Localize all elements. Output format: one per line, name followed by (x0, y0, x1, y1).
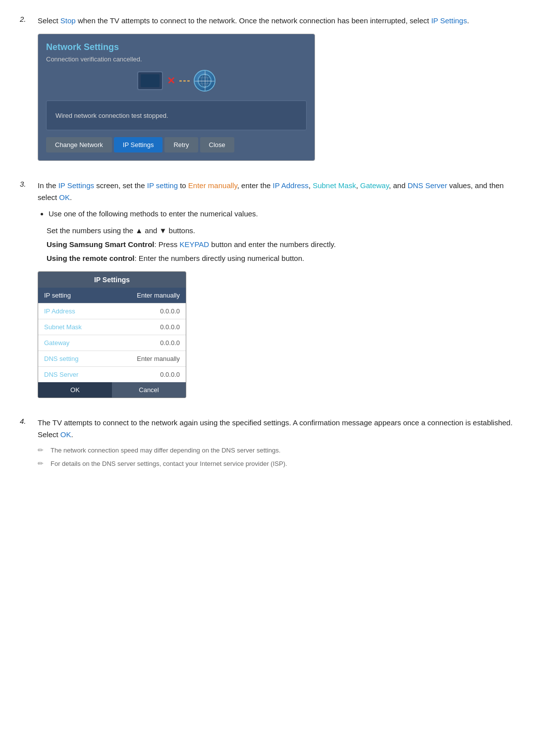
indent-methods: Set the numbers using the ▲ and ▼ button… (47, 225, 515, 264)
x-disconnect-icon: ✕ (167, 75, 175, 87)
note-text-2: For details on the DNS server settings, … (51, 459, 287, 469)
step3-ok-ref: OK (59, 193, 70, 202)
dot-line-icon (179, 80, 190, 82)
dns-setting-label: DNS setting (38, 351, 108, 366)
tv-monitor-icon (137, 71, 163, 90)
step-4-number: 4. (20, 417, 32, 473)
step2-ip-settings: IP Settings (431, 16, 467, 25)
subnet-mask-value: 0.0.0.0 (108, 319, 186, 335)
change-network-button[interactable]: Change Network (46, 137, 112, 152)
step-3: 3. In the IP Settings screen, set the IP… (20, 180, 515, 405)
tv-message-box: Wired network connection test stopped. (46, 101, 307, 130)
step3-enter-manually-ref: Enter manually (188, 181, 237, 190)
gateway-row: Gateway 0.0.0.0 (38, 335, 186, 351)
step2-period: . (467, 16, 469, 25)
ip-address-label: IP Address (38, 303, 108, 319)
step3-gateway-ref: Gateway (360, 181, 389, 190)
smart-control-method: Using Samsung Smart Control: Press KEYPA… (47, 239, 515, 251)
step-2-number: 2. (20, 15, 32, 168)
smart-control-colon: : Press (155, 240, 180, 249)
set-numbers-prefix: Set the numbers using the (47, 226, 135, 235)
step-3-text: In the IP Settings screen, set the IP se… (38, 180, 515, 203)
ip-address-value: 0.0.0.0 (108, 303, 186, 319)
tv-screen (141, 74, 160, 87)
tv-connection-diagram: ✕ (46, 70, 307, 92)
dns-server-value: 0.0.0.0 (108, 366, 186, 382)
step-3-number: 3. (20, 180, 32, 405)
ip-settings-table: IP setting Enter manually IP Address 0.0… (38, 288, 186, 382)
ip-settings-dialog: IP Settings IP setting Enter manually IP… (38, 271, 186, 398)
step3-subnet-ref: Subnet Mask (313, 181, 356, 190)
buttons-suffix: buttons. (166, 226, 195, 235)
ip-buttons-row: OK Cancel (38, 382, 186, 398)
method-list: Use one of the following methods to ente… (49, 208, 515, 220)
note-1: ✏ The network connection speed may diffe… (38, 446, 515, 455)
step2-mid: when the TV attempts to connect to the n… (76, 16, 431, 25)
subnet-mask-label: Subnet Mask (38, 319, 108, 335)
step4-period: . (71, 430, 73, 439)
tv-dialog-subtitle: Connection verification cancelled. (46, 55, 307, 63)
network-settings-dialog: Network Settings Connection verification… (38, 34, 315, 161)
step2-prefix: Select (38, 16, 60, 25)
step2-stop: Stop (60, 16, 76, 25)
remote-control-colon: : Enter the numbers directly using numer… (135, 254, 305, 262)
step-3-content: In the IP Settings screen, set the IP se… (38, 180, 515, 405)
arrow-down-icon: ▼ (160, 226, 167, 235)
and-text: and (143, 226, 159, 235)
step3-ip-setting-ref: IP setting (147, 181, 178, 190)
ip-ok-button[interactable]: OK (38, 382, 112, 398)
step-2-content: Select Stop when the TV attempts to conn… (38, 15, 515, 168)
step3-ip-address-ref: IP Address (273, 181, 309, 190)
svg-point-0 (198, 74, 211, 87)
ip-address-row: IP Address 0.0.0.0 (38, 303, 186, 319)
arrow-up-icon: ▲ (135, 226, 143, 235)
close-button[interactable]: Close (200, 137, 234, 152)
subnet-mask-row: Subnet Mask 0.0.0.0 (38, 319, 186, 335)
gateway-value: 0.0.0.0 (108, 335, 186, 351)
tv-dialog-title: Network Settings (46, 42, 307, 52)
tv-buttons-row: Change Network IP Settings Retry Close (46, 137, 307, 152)
dns-server-label: DNS Server (38, 366, 108, 382)
step3-dns-server-ref: DNS Server (408, 181, 447, 190)
smart-control-suffix: button and enter the numbers directly. (209, 240, 336, 249)
dns-setting-value: Enter manually (108, 351, 186, 366)
svg-point-1 (202, 74, 208, 87)
step3-ip-settings-ref: IP Settings (58, 181, 94, 190)
bullet-item: Use one of the following methods to ente… (49, 208, 515, 220)
ip-settings-button[interactable]: IP Settings (114, 137, 163, 152)
retry-button[interactable]: Retry (164, 137, 198, 152)
keypad-ref: KEYPAD (179, 240, 209, 249)
step-4: 4. The TV attempts to connect to the net… (20, 417, 515, 473)
ip-settings-title: IP Settings (38, 272, 186, 288)
step-2: 2. Select Stop when the TV attempts to c… (20, 15, 515, 168)
note-icon-1: ✏ (38, 446, 47, 454)
remote-control-method: Using the remote control: Enter the numb… (47, 252, 515, 264)
ip-setting-row: IP setting Enter manually (38, 288, 186, 303)
step4-ok-ref: OK (60, 430, 71, 439)
note-icon-2: ✏ (38, 459, 47, 467)
step4-prefix: The TV attempts to connect to the networ… (38, 418, 513, 439)
note-text-1: The network connection speed may differ … (51, 446, 280, 455)
globe-icon (194, 70, 215, 92)
remote-control-label: Using the remote control (47, 254, 135, 262)
smart-control-label: Using Samsung Smart Control (47, 240, 155, 249)
step-4-content: The TV attempts to connect to the networ… (38, 417, 515, 473)
ip-setting-value: Enter manually (108, 288, 186, 303)
dns-server-row: DNS Server 0.0.0.0 (38, 366, 186, 382)
step-4-text: The TV attempts to connect to the networ… (38, 417, 515, 441)
dns-setting-row: DNS setting Enter manually (38, 351, 186, 366)
ip-setting-label: IP setting (38, 288, 108, 303)
ip-cancel-button[interactable]: Cancel (112, 382, 186, 398)
step-2-text: Select Stop when the TV attempts to conn… (38, 15, 515, 27)
method-buttons: Set the numbers using the ▲ and ▼ button… (47, 225, 515, 237)
gateway-label: Gateway (38, 335, 108, 351)
note-2: ✏ For details on the DNS server settings… (38, 459, 515, 469)
